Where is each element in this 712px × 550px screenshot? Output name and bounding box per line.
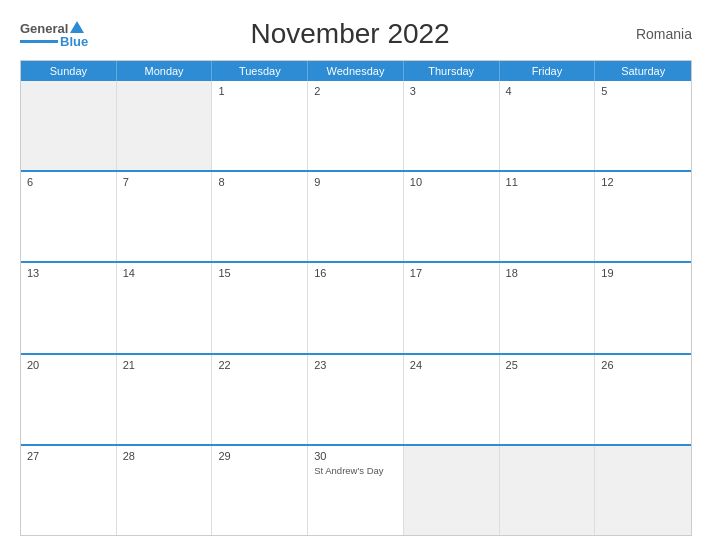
day-number: 12 bbox=[601, 176, 685, 188]
day-header-monday: Monday bbox=[117, 61, 213, 81]
day-cell bbox=[404, 446, 500, 535]
day-cell: 17 bbox=[404, 263, 500, 352]
day-cell: 24 bbox=[404, 355, 500, 444]
day-cell: 14 bbox=[117, 263, 213, 352]
day-header-wednesday: Wednesday bbox=[308, 61, 404, 81]
day-cell: 19 bbox=[595, 263, 691, 352]
day-cell: 13 bbox=[21, 263, 117, 352]
day-cell: 18 bbox=[500, 263, 596, 352]
day-cell: 25 bbox=[500, 355, 596, 444]
day-number: 24 bbox=[410, 359, 493, 371]
day-cell: 7 bbox=[117, 172, 213, 261]
day-cell bbox=[595, 446, 691, 535]
day-cell: 30St Andrew's Day bbox=[308, 446, 404, 535]
day-cell: 21 bbox=[117, 355, 213, 444]
day-cell: 6 bbox=[21, 172, 117, 261]
day-number: 22 bbox=[218, 359, 301, 371]
day-cell: 8 bbox=[212, 172, 308, 261]
day-number: 29 bbox=[218, 450, 301, 462]
day-number: 23 bbox=[314, 359, 397, 371]
day-number: 4 bbox=[506, 85, 589, 97]
logo-line bbox=[20, 40, 58, 43]
day-header-tuesday: Tuesday bbox=[212, 61, 308, 81]
day-cell: 5 bbox=[595, 81, 691, 170]
day-cell: 28 bbox=[117, 446, 213, 535]
day-cell: 9 bbox=[308, 172, 404, 261]
day-cell: 11 bbox=[500, 172, 596, 261]
day-cell bbox=[21, 81, 117, 170]
day-header-saturday: Saturday bbox=[595, 61, 691, 81]
week-row-5: 27282930St Andrew's Day bbox=[21, 446, 691, 535]
day-headers-row: SundayMondayTuesdayWednesdayThursdayFrid… bbox=[21, 61, 691, 81]
logo: General Blue bbox=[20, 21, 88, 48]
day-event: St Andrew's Day bbox=[314, 465, 397, 477]
day-number: 2 bbox=[314, 85, 397, 97]
day-cell: 16 bbox=[308, 263, 404, 352]
day-number: 8 bbox=[218, 176, 301, 188]
day-cell: 2 bbox=[308, 81, 404, 170]
day-cell: 15 bbox=[212, 263, 308, 352]
day-header-sunday: Sunday bbox=[21, 61, 117, 81]
day-cell: 12 bbox=[595, 172, 691, 261]
day-number: 27 bbox=[27, 450, 110, 462]
day-number: 19 bbox=[601, 267, 685, 279]
day-number: 28 bbox=[123, 450, 206, 462]
day-cell: 3 bbox=[404, 81, 500, 170]
week-row-4: 20212223242526 bbox=[21, 355, 691, 446]
day-number: 20 bbox=[27, 359, 110, 371]
week-row-3: 13141516171819 bbox=[21, 263, 691, 354]
day-cell bbox=[117, 81, 213, 170]
week-row-2: 6789101112 bbox=[21, 172, 691, 263]
day-number: 3 bbox=[410, 85, 493, 97]
calendar-page: General Blue November 2022 Romania Sunda… bbox=[0, 0, 712, 550]
day-number: 21 bbox=[123, 359, 206, 371]
day-number: 1 bbox=[218, 85, 301, 97]
day-cell: 4 bbox=[500, 81, 596, 170]
day-number: 13 bbox=[27, 267, 110, 279]
day-header-thursday: Thursday bbox=[404, 61, 500, 81]
day-cell: 27 bbox=[21, 446, 117, 535]
logo-blue-text: Blue bbox=[60, 35, 88, 48]
week-row-1: 12345 bbox=[21, 81, 691, 172]
day-number: 18 bbox=[506, 267, 589, 279]
day-number: 15 bbox=[218, 267, 301, 279]
day-number: 6 bbox=[27, 176, 110, 188]
logo-general-text: General bbox=[20, 22, 68, 35]
day-number: 11 bbox=[506, 176, 589, 188]
day-header-friday: Friday bbox=[500, 61, 596, 81]
country-label: Romania bbox=[612, 26, 692, 42]
day-number: 25 bbox=[506, 359, 589, 371]
weeks-container: 1234567891011121314151617181920212223242… bbox=[21, 81, 691, 535]
header: General Blue November 2022 Romania bbox=[20, 18, 692, 50]
day-cell: 1 bbox=[212, 81, 308, 170]
day-number: 16 bbox=[314, 267, 397, 279]
logo-triangle-icon bbox=[70, 21, 84, 33]
day-number: 10 bbox=[410, 176, 493, 188]
day-number: 14 bbox=[123, 267, 206, 279]
day-cell: 10 bbox=[404, 172, 500, 261]
day-cell: 26 bbox=[595, 355, 691, 444]
day-number: 26 bbox=[601, 359, 685, 371]
day-cell: 23 bbox=[308, 355, 404, 444]
day-cell bbox=[500, 446, 596, 535]
day-number: 17 bbox=[410, 267, 493, 279]
day-cell: 20 bbox=[21, 355, 117, 444]
day-cell: 29 bbox=[212, 446, 308, 535]
day-cell: 22 bbox=[212, 355, 308, 444]
calendar-title: November 2022 bbox=[88, 18, 612, 50]
day-number: 5 bbox=[601, 85, 685, 97]
day-number: 7 bbox=[123, 176, 206, 188]
calendar-grid: SundayMondayTuesdayWednesdayThursdayFrid… bbox=[20, 60, 692, 536]
day-number: 9 bbox=[314, 176, 397, 188]
day-number: 30 bbox=[314, 450, 397, 462]
